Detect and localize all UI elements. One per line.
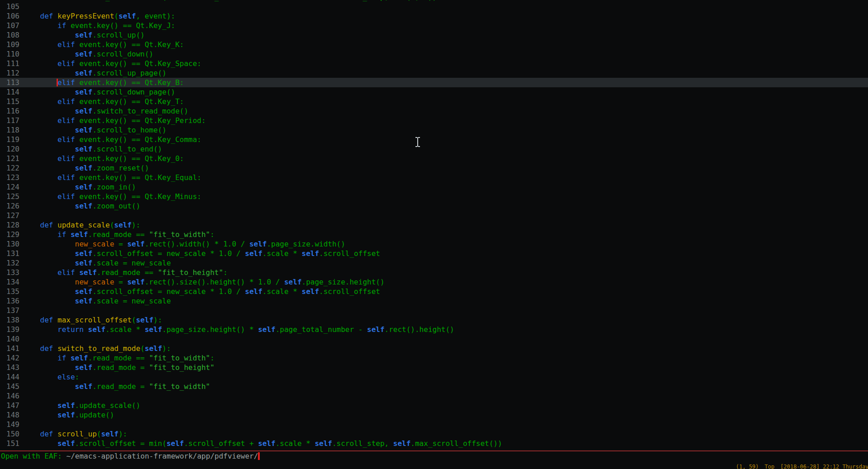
code-line[interactable]: 138 def max_scroll_offset(self): — [0, 315, 868, 325]
token: elif — [57, 116, 75, 125]
token: , event): — [136, 12, 175, 20]
token — [53, 316, 57, 324]
token: .scroll_step, — [332, 0, 393, 1]
code-line[interactable]: 140 — [0, 334, 868, 344]
token — [75, 268, 80, 277]
code-line-current[interactable]: 113 elif event.key() == Qt.Key_B: — [0, 78, 868, 87]
line-number: 140 — [0, 334, 19, 344]
token: ( — [114, 12, 119, 20]
token — [23, 78, 57, 87]
code-line[interactable]: 120 self.scroll_to_end() — [0, 144, 868, 154]
code-line[interactable]: 135 self.scroll_offset = new_scale * 1.0… — [0, 287, 868, 296]
token: self — [75, 107, 93, 115]
token: self — [258, 325, 276, 334]
line-number: 125 — [0, 192, 19, 201]
code-line[interactable]: 114 self.scroll_down_page() — [0, 87, 868, 97]
token: event.key() == Qt.Key_Minus: — [75, 192, 201, 201]
code-line[interactable]: 144 else: — [0, 372, 868, 382]
code-line[interactable]: 147 self.update_scale() — [0, 401, 868, 410]
code-line[interactable]: 151 self.scroll_offset = min(self.scroll… — [0, 439, 868, 448]
code-line[interactable]: 108 self.scroll_up() — [0, 30, 868, 40]
code-line[interactable]: 125 elif event.key() == Qt.Key_Minus: — [0, 192, 868, 201]
line-number: 132 — [0, 258, 19, 268]
token: self — [167, 0, 184, 1]
code-line[interactable]: 150 def scroll_up(self): — [0, 429, 868, 439]
token: self — [367, 325, 385, 334]
token: .read_mode == — [97, 268, 158, 277]
code-line[interactable]: 127 — [0, 211, 868, 220]
code-line[interactable]: 134 new_scale = self.rect().size().heigh… — [0, 277, 868, 287]
code-line[interactable]: 115 elif event.key() == Qt.Key_T: — [0, 97, 868, 106]
code-text: self.scroll_offset = max(self.scroll_off… — [23, 0, 437, 2]
code-line[interactable]: 117 elif event.key() == Qt.Key_Period: — [0, 116, 868, 125]
code-line[interactable]: 139 return self.scale * self.page_size.h… — [0, 325, 868, 334]
code-line[interactable]: 109 elif event.key() == Qt.Key_K: — [0, 40, 868, 49]
token: : — [210, 230, 215, 239]
token: .scroll_up() — [92, 31, 145, 39]
token — [23, 259, 75, 267]
line-number: 127 — [0, 211, 19, 220]
code-line[interactable]: 107 if event.key() == Qt.Key_J: — [0, 21, 868, 30]
line-number: 144 — [0, 372, 19, 382]
code-line[interactable]: 116 self.switch_to_read_mode() — [0, 106, 868, 116]
token: self — [75, 363, 93, 372]
code-line[interactable]: 141 def switch_to_read_mode(self): — [0, 344, 868, 353]
token: self — [393, 439, 411, 448]
code-line[interactable]: 110 self.scroll_down() — [0, 49, 868, 59]
token: self — [79, 268, 97, 277]
code-text: elif event.key() == Qt.Key_Minus: — [23, 192, 201, 201]
code-line[interactable]: 112 self.scroll_up_page() — [0, 68, 868, 78]
token: : — [75, 373, 80, 381]
token — [23, 411, 57, 419]
token — [23, 278, 75, 286]
code-text: self.read_mode = "fit_to_width" — [23, 382, 210, 391]
code-text: elif self.read_mode == "fit_to_height": — [23, 268, 228, 277]
token: event.key() == Qt.Key_Comma: — [75, 135, 201, 144]
code-line[interactable]: 131 self.scroll_offset = new_scale * 1.0… — [0, 249, 868, 258]
token: event.key() == Qt.Key_J: — [66, 21, 175, 30]
code-line[interactable]: 130 new_scale = self.rect().width() * 1.… — [0, 239, 868, 249]
token — [23, 31, 75, 39]
line-number: 106 — [0, 11, 19, 21]
code-line[interactable]: 121 elif event.key() == Qt.Key_0: — [0, 154, 868, 163]
code-text: new_scale = self.rect().size().height() … — [23, 277, 385, 287]
code-line[interactable]: 128 def update_scale(self): — [0, 220, 868, 230]
token: (0, 0)) — [406, 0, 437, 1]
code-line[interactable]: 142 if self.read_mode == "fit_to_width": — [0, 353, 868, 363]
line-number: 150 — [0, 429, 19, 439]
code-line[interactable]: 111 elif event.key() == Qt.Key_Space: — [0, 59, 868, 68]
code-editor-buffer[interactable]: 104 self.scroll_offset = max(self.scroll… — [0, 0, 868, 448]
code-line[interactable]: 129 if self.read_mode == "fit_to_width": — [0, 230, 868, 239]
code-line[interactable]: 132 self.scale = new_scale — [0, 258, 868, 268]
token: ): — [162, 344, 171, 353]
code-text: self.zoom_in() — [23, 182, 136, 192]
code-line[interactable]: 146 — [0, 391, 868, 401]
code-line[interactable]: 148 self.update() — [0, 410, 868, 420]
code-line[interactable]: 133 elif self.read_mode == "fit_to_heigh… — [0, 268, 868, 277]
code-line[interactable]: 122 self.zoom_reset() — [0, 163, 868, 173]
token — [23, 325, 57, 334]
code-line[interactable]: 143 self.read_mode = "fit_to_height" — [0, 363, 868, 372]
code-line[interactable]: 136 self.scale = new_scale — [0, 296, 868, 306]
code-line[interactable]: 118 self.scroll_to_home() — [0, 125, 868, 135]
code-line[interactable]: 123 elif event.key() == Qt.Key_Equal: — [0, 173, 868, 182]
token: self — [302, 287, 320, 296]
code-line[interactable]: 105 — [0, 2, 868, 11]
token: return — [57, 325, 84, 334]
token: ): — [153, 316, 162, 324]
code-line[interactable]: 119 elif event.key() == Qt.Key_Comma: — [0, 135, 868, 144]
line-number: 117 — [0, 116, 19, 125]
code-text: self.scroll_up() — [23, 30, 145, 40]
code-line[interactable]: 137 — [0, 306, 868, 315]
code-line[interactable]: 124 self.zoom_in() — [0, 182, 868, 192]
minibuffer[interactable]: Open with EAF: ~/emacs-application-frame… — [1, 451, 260, 461]
line-number: 119 — [0, 135, 19, 144]
token: self — [245, 249, 262, 258]
code-line[interactable]: 126 self.zoom_out() — [0, 201, 868, 211]
code-line[interactable]: 106 def keyPressEvent(self, event): — [0, 11, 868, 21]
minibuffer-input[interactable]: ~/emacs-application-framework/app/pdfvie… — [67, 452, 258, 460]
token: ): — [119, 430, 127, 438]
code-text: self.zoom_reset() — [23, 163, 149, 173]
code-line[interactable]: 149 — [0, 420, 868, 429]
code-line[interactable]: 145 self.read_mode = "fit_to_width" — [0, 382, 868, 391]
